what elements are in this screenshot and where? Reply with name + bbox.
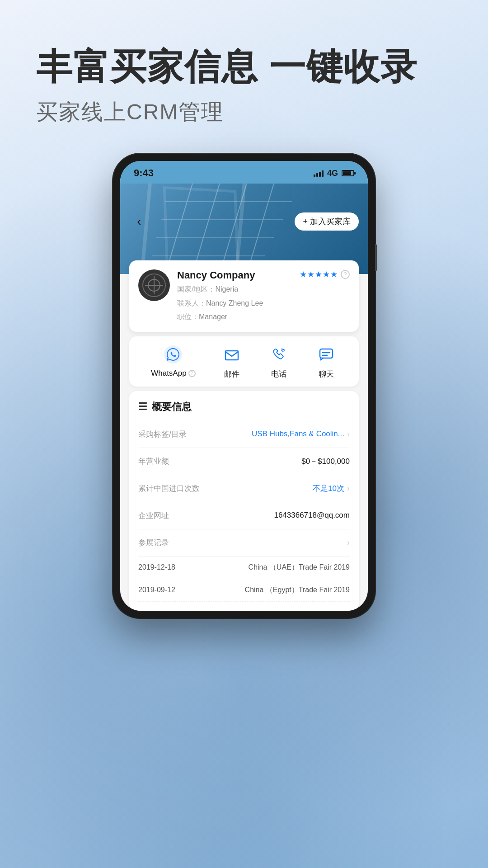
action-chat[interactable]: 聊天	[315, 344, 337, 379]
company-country: 国家/地区：Nigeria	[177, 283, 292, 295]
add-buyer-button[interactable]: + 加入买家库	[295, 212, 359, 231]
action-row: WhatsApp ? 邮件	[129, 336, 359, 387]
contact-label: 联系人：	[177, 299, 206, 307]
star-rating: ★★★★★	[300, 269, 338, 279]
info-row-website: 企业网址 1643366718@qq.com	[138, 502, 350, 529]
back-arrow-icon: ‹	[137, 215, 141, 228]
network-type: 4G	[327, 169, 338, 178]
status-bar: 9:43 4G	[120, 161, 368, 184]
action-phone[interactable]: 电话	[268, 344, 290, 379]
trade-date-1: 2019-12-18	[138, 563, 175, 571]
country-label: 国家/地区：	[177, 285, 215, 293]
whatsapp-label: WhatsApp ?	[151, 369, 195, 378]
phone-mockup: 9:43 4G	[113, 154, 375, 618]
page-content: 丰富买家信息 一键收录 买家线上CRM管理 9:43 4G	[0, 0, 488, 868]
imports-value: 不足10次 ›	[313, 483, 350, 494]
tags-value: USB Hubs,Fans & Coolin... ›	[252, 429, 350, 439]
section-title: ☰ 概要信息	[138, 400, 350, 414]
signal-icon	[314, 170, 324, 177]
trade-event-1: China （UAE）Trade Fair 2019	[249, 563, 350, 572]
company-contact: 联系人：Nancy Zheng Lee	[177, 297, 292, 309]
imports-label: 累计中国进口次数	[138, 483, 200, 494]
star-container: ★★★★★ ?	[300, 269, 350, 279]
info-row-imports[interactable]: 累计中国进口次数 不足10次 ›	[138, 475, 350, 502]
phone-screen: 9:43 4G	[120, 161, 368, 611]
company-card: Nancy Company 国家/地区：Nigeria 联系人：Nancy Zh…	[129, 260, 359, 332]
company-position: 职位：Manager	[177, 311, 292, 323]
website-value: 1643366718@qq.com	[274, 511, 350, 520]
back-button[interactable]: ‹	[129, 212, 149, 231]
action-mail[interactable]: 邮件	[221, 344, 243, 379]
status-icons: 4G	[314, 169, 354, 178]
info-row-tags[interactable]: 采购标签/目录 USB Hubs,Fans & Coolin... ›	[138, 421, 350, 448]
section-icon: ☰	[138, 401, 147, 413]
tags-label: 采购标签/目录	[138, 429, 187, 439]
records-label: 参展记录	[138, 538, 169, 548]
mail-label: 邮件	[224, 369, 239, 379]
trade-event-2: China （Egypt）Trade Fair 2019	[245, 585, 350, 595]
records-chevron: ›	[347, 538, 350, 547]
revenue-value: $0－$100,000	[301, 456, 350, 467]
add-buyer-label: + 加入买家库	[303, 216, 351, 227]
trade-date-2: 2019-09-12	[138, 586, 175, 594]
mail-icon	[221, 344, 243, 365]
phone-side-button	[375, 244, 377, 271]
nav-bar: ‹ + 加入买家库	[120, 206, 368, 237]
website-label: 企业网址	[138, 510, 169, 521]
info-section: ☰ 概要信息 采购标签/目录 USB Hubs,Fans & Coolin...…	[129, 391, 359, 611]
info-row-records[interactable]: 参展记录 ›	[138, 529, 350, 557]
battery-icon	[342, 170, 354, 176]
action-whatsapp[interactable]: WhatsApp ?	[151, 344, 195, 379]
chat-icon	[315, 344, 337, 365]
chat-label: 聊天	[319, 369, 334, 379]
header-section: 丰富买家信息 一键收录 买家线上CRM管理	[0, 0, 488, 127]
main-title: 丰富买家信息 一键收录	[36, 45, 452, 89]
company-info: Nancy Company 国家/地区：Nigeria 联系人：Nancy Zh…	[177, 269, 292, 323]
whatsapp-icon	[162, 344, 184, 365]
company-logo	[138, 269, 170, 301]
info-row-revenue: 年营业额 $0－$100,000	[138, 448, 350, 475]
company-name: Nancy Company	[177, 269, 292, 281]
status-time: 9:43	[134, 167, 154, 179]
svg-rect-10	[320, 349, 333, 358]
position-label: 职位：	[177, 313, 199, 321]
whatsapp-help-icon[interactable]: ?	[188, 370, 196, 377]
trade-record-1: 2019-12-18 China （UAE）Trade Fair 2019	[138, 557, 350, 579]
tags-chevron: ›	[347, 429, 350, 439]
phone-label: 电话	[271, 369, 286, 379]
sub-title: 买家线上CRM管理	[36, 98, 452, 127]
revenue-label: 年营业额	[138, 456, 169, 467]
svg-rect-9	[225, 351, 238, 360]
rating-help-icon[interactable]: ?	[341, 270, 350, 279]
records-value: ›	[347, 538, 350, 547]
imports-chevron: ›	[347, 484, 350, 493]
phone-icon	[268, 344, 290, 365]
trade-record-2: 2019-09-12 China （Egypt）Trade Fair 2019	[138, 579, 350, 602]
